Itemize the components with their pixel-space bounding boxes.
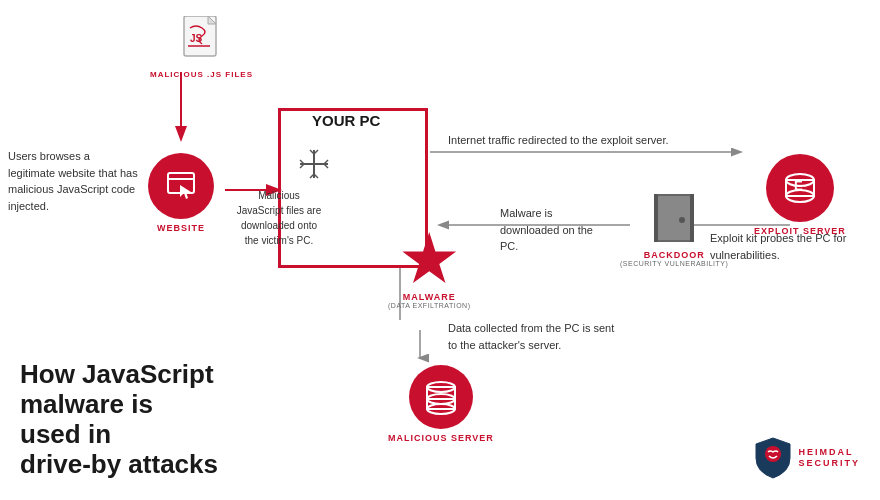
malicious-server-circle <box>409 365 473 429</box>
website-label: WEBSITE <box>157 223 205 233</box>
exploit-server-node: E EXPLOIT SERVER <box>754 154 846 236</box>
website-node: WEBSITE <box>148 153 214 233</box>
backdoor-node: BACKDOOR (SECURITY VULNERABILITY) <box>620 192 728 267</box>
traffic-label: Internet traffic redirected to the explo… <box>448 134 669 146</box>
user-description-text: Users browses a legitimate website that … <box>8 148 138 214</box>
malicious-server-label: MALICIOUS SERVER <box>388 433 494 443</box>
backdoor-label: BACKDOOR <box>644 250 705 260</box>
svg-point-37 <box>765 446 781 462</box>
svg-text:E: E <box>794 178 803 193</box>
crosshair-icon <box>298 148 330 184</box>
exploit-probe-text: Exploit kit probes the PC for vulnerabil… <box>710 230 850 263</box>
your-pc-label: YOUR PC <box>312 112 380 129</box>
malware-node: MALWARE (DATA EXFILTRATION) <box>388 232 470 309</box>
malware-starburst <box>401 232 457 288</box>
malware-download-text: Malware is downloaded on the PC. <box>500 205 610 255</box>
malware-label: MALWARE <box>403 292 456 302</box>
website-circle <box>148 153 214 219</box>
svg-rect-30 <box>654 194 658 242</box>
backdoor-sublabel: (SECURITY VULNERABILITY) <box>620 260 728 267</box>
data-sent-text: Data collected from the PC is sent to th… <box>448 320 618 353</box>
heimdal-shield-icon <box>754 436 792 480</box>
backdoor-icon <box>652 192 696 246</box>
svg-rect-31 <box>690 194 694 242</box>
heimdal-text: HEIMDAL SECURITY <box>798 447 860 469</box>
page-title: How JavaScript malware is used in drive-… <box>20 360 220 480</box>
svg-point-29 <box>679 217 685 223</box>
svg-rect-28 <box>658 196 690 240</box>
js-files-label: MALICIOUS .JS FILES <box>150 70 253 79</box>
js-files-node: JS MALICIOUS .JS FILES <box>150 16 253 79</box>
js-description-text: Malicious JavaScript files are downloade… <box>234 188 324 248</box>
exploit-server-circle: E <box>766 154 834 222</box>
malware-sublabel: (DATA EXFILTRATION) <box>388 302 470 309</box>
malicious-server-node: MALICIOUS SERVER <box>388 365 494 443</box>
heimdal-logo: HEIMDAL SECURITY <box>754 436 860 480</box>
